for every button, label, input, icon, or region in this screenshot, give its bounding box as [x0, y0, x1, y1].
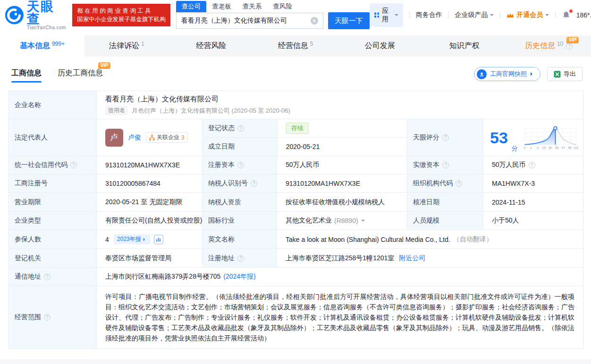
search-tab-company[interactable]: 查公司 — [176, 1, 207, 12]
nav-cooperation[interactable]: 商务合作 — [416, 11, 442, 19]
establish-date-value: 2020-05-21 — [277, 138, 407, 156]
chevron-right-icon — [531, 72, 534, 76]
paid-capital-value: 50万人民币 — [483, 156, 583, 174]
taxpayer-quality-value: 按征收率征收增值税小规模纳税人 — [277, 193, 407, 211]
insured-count-label: 参保人数 — [9, 230, 96, 248]
help-icon[interactable] — [442, 134, 449, 141]
credit-code-value: 91310120MA1HWX7X3E — [96, 156, 202, 174]
tab-label: 基本信息 — [20, 41, 50, 51]
business-scope-label: 经营范围 — [9, 286, 96, 348]
tab-label: 法律诉讼 — [109, 41, 139, 51]
tab-count: 1 — [141, 41, 144, 47]
taxpayer-id-label: 纳税人识别号 — [202, 174, 277, 192]
industry-value[interactable]: 其他文化艺术业 (R8890) — [277, 212, 407, 230]
slogan-line1: 都在用的商业查询工具 — [77, 7, 166, 15]
help-icon[interactable] — [237, 255, 244, 262]
org-code-value: MA1HWX7X-3 — [483, 174, 583, 192]
legal-rep-label: 法定代表人 — [9, 119, 96, 156]
company-name-label: 企业名称 — [9, 91, 96, 119]
score-cell[interactable]: 53 分 — [483, 119, 583, 156]
chevron-right-icon — [143, 238, 146, 240]
table-row: 法定代表人 卢 卢俊 关联企业 3 登 — [9, 119, 583, 156]
legal-rep-link[interactable]: 卢俊 — [128, 133, 141, 142]
tab-operational-risk[interactable]: 经营风险 — [169, 35, 253, 57]
bar-chart-icon — [156, 237, 161, 242]
nav-open-vip[interactable]: 开通会员 — [507, 11, 549, 19]
tab-count: 5 — [310, 41, 313, 47]
notification-bell[interactable] — [562, 11, 571, 20]
divider — [555, 12, 556, 18]
account-phone-label: 186*... — [576, 11, 591, 19]
help-icon[interactable] — [442, 162, 449, 168]
help-icon[interactable] — [44, 273, 51, 280]
legal-rep-cell: 卢 卢俊 关联企业 3 — [96, 119, 202, 156]
tab-company-development[interactable]: 公司发展 — [338, 35, 422, 57]
notification-dot — [569, 9, 573, 13]
registered-address: 上海市奉贤区芝江路258号1幢1201室 — [286, 254, 394, 263]
search-button[interactable]: 天眼一下 — [328, 12, 370, 29]
chevron-down-icon — [361, 220, 365, 223]
former-name-badge: 曾用名 — [105, 106, 128, 115]
subtab-business-registration[interactable]: 工商信息 — [11, 68, 42, 83]
org-network-icon — [149, 135, 155, 141]
help-icon[interactable] — [251, 180, 257, 187]
tab-label: 公司发展 — [365, 41, 395, 51]
company-name-cell: 看看月亮（上海）文化传媒有限公司 曾用名 月色衍声（上海）文化传媒有限公司 (2… — [96, 91, 583, 119]
reg-capital-label: 注册资本 — [202, 156, 277, 174]
basic-info-section: 工商信息 VIP 历史工商信息 工商官网快照 导出 — [0, 57, 591, 349]
search-input[interactable] — [181, 17, 311, 25]
tab-label: 历史信息 — [525, 41, 555, 51]
svg-text:3: 3 — [537, 146, 539, 149]
annual-report-link[interactable]: (2024年报) — [223, 273, 255, 281]
nav-enterprise[interactable]: 企业级产品 — [455, 11, 494, 19]
nav-cooperation-label: 商务合作 — [416, 11, 442, 19]
help-icon[interactable] — [529, 162, 535, 168]
tab-history-info[interactable]: VIP 历史信息 10 — [507, 35, 591, 57]
nav-account[interactable]: 186*... — [576, 11, 591, 19]
search-tab-relation[interactable]: 查关系 — [237, 1, 268, 12]
search-tabs: 查公司 查老板 查关系 查风险 — [176, 1, 370, 12]
help-icon[interactable] — [237, 162, 244, 168]
tab-label: 经营信息 — [278, 41, 308, 51]
help-icon[interactable] — [456, 180, 462, 187]
registration-authority-value: 奉贤区市场监督管理局 — [96, 249, 202, 267]
help-icon[interactable] — [237, 125, 244, 132]
avatar[interactable]: 卢 — [105, 129, 123, 147]
nearby-companies-link[interactable]: 附近公司 — [399, 254, 425, 263]
insured-count-value: 4 — [105, 236, 109, 243]
clear-search-icon[interactable]: ✕ — [311, 17, 318, 25]
tab-legal-proceedings[interactable]: 法律诉讼 1 — [84, 35, 169, 57]
annual-report-badge[interactable]: 2023年报 — [114, 234, 150, 244]
mailing-address-cell: 上海市闵行区虹梅南路379弄28号楼705 (2024年报) — [96, 268, 583, 286]
tab-basic-info[interactable]: 基本信息 999+ — [0, 35, 84, 57]
nav-apps[interactable]: 应用 — [370, 3, 403, 27]
divider — [409, 12, 410, 18]
reg-number-label: 工商注册号 — [9, 174, 96, 192]
chevron-down-icon — [490, 14, 494, 18]
table-row: 参保人数 4 2023年报 英文名称 Take a look at Moon (… — [9, 230, 583, 248]
insured-trend-button[interactable] — [154, 235, 163, 244]
export-button[interactable]: 导出 — [547, 67, 583, 81]
table-row: 经营范围 许可项目：广播电视节目制作经营。（依法须经批准的项目，经相关部门批准后… — [9, 286, 583, 348]
related-companies-badge[interactable]: 关联企业 3 — [146, 132, 188, 143]
nav-enterprise-label: 企业级产品 — [455, 11, 488, 19]
table-row: 工商注册号 310120005867484 纳税人识别号 91310120MA1… — [9, 174, 583, 192]
search-area: 查公司 查老板 查关系 查风险 ✕ 天眼一下 — [176, 1, 370, 29]
insured-count-cell: 4 2023年报 — [96, 230, 202, 248]
subtab-history-registration[interactable]: VIP 历史工商信息 — [58, 68, 103, 83]
search-tab-boss[interactable]: 查老板 — [206, 1, 237, 12]
search-tab-risk[interactable]: 查风险 — [267, 1, 298, 12]
tab-intellectual-property[interactable]: 知识产权 — [422, 35, 507, 57]
tab-label: 知识产权 — [449, 41, 480, 51]
subtab-label: 历史工商信息 — [58, 69, 103, 77]
tab-label: 经营风险 — [196, 41, 226, 51]
tab-business-info[interactable]: 经营信息 5 — [253, 35, 338, 57]
tianyancha-logo[interactable]: 天眼查 TianYanCha.com — [5, 0, 67, 30]
industry-code: (R8890) — [334, 217, 358, 224]
official-snapshot-button[interactable]: 工商官网快照 — [474, 67, 540, 81]
industry-label: 国标行业 — [202, 212, 277, 230]
help-icon[interactable] — [70, 162, 77, 168]
org-code-label: 组织机构代码 — [407, 174, 483, 192]
help-icon[interactable] — [566, 43, 573, 50]
help-icon[interactable] — [44, 314, 51, 321]
